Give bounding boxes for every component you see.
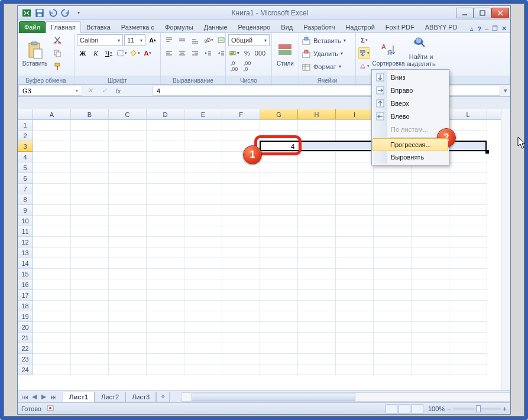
column-header-H[interactable]: H: [298, 109, 336, 119]
cell[interactable]: [298, 290, 336, 301]
cell[interactable]: [71, 131, 109, 141]
tab-addins[interactable]: Надстрой: [340, 21, 380, 33]
cancel-icon[interactable]: ✕: [83, 85, 97, 96]
tab-abbyy[interactable]: ABBYY PD: [420, 21, 463, 33]
cell[interactable]: [449, 205, 487, 216]
row-header-18[interactable]: 18: [18, 301, 33, 311]
cell[interactable]: [147, 141, 184, 152]
cell[interactable]: [147, 152, 184, 162]
cell[interactable]: [298, 216, 336, 226]
cell[interactable]: [260, 258, 298, 269]
fill-menu-item[interactable]: Прогрессия...: [372, 138, 448, 151]
cell[interactable]: [222, 131, 260, 141]
cell[interactable]: [260, 333, 298, 343]
cell[interactable]: [260, 173, 298, 184]
cell[interactable]: [147, 322, 184, 333]
bold-button[interactable]: Ж: [77, 47, 89, 59]
cell[interactable]: [412, 269, 449, 279]
cell[interactable]: [222, 279, 260, 290]
cell[interactable]: [412, 311, 449, 322]
horizontal-scrollbar[interactable]: [182, 392, 510, 402]
cell[interactable]: [449, 322, 487, 333]
cell[interactable]: [109, 279, 147, 290]
cell[interactable]: [147, 354, 184, 364]
cell[interactable]: [109, 205, 147, 216]
row-header-9[interactable]: 9: [18, 205, 33, 216]
cell[interactable]: [222, 269, 260, 279]
clear-button[interactable]: ▾: [358, 60, 370, 72]
view-layout-button[interactable]: [399, 404, 410, 414]
cell[interactable]: [336, 184, 374, 194]
ribbon-minimize-icon[interactable]: ▵: [470, 25, 474, 32]
cell[interactable]: [33, 237, 71, 248]
cell[interactable]: [33, 333, 71, 343]
cell[interactable]: [412, 354, 449, 364]
maximize-button[interactable]: [474, 8, 491, 18]
cell[interactable]: [147, 311, 184, 322]
cell[interactable]: [222, 364, 260, 375]
italic-button[interactable]: К: [90, 47, 102, 59]
cell[interactable]: [71, 301, 109, 311]
tab-formulas[interactable]: Формулы: [160, 21, 199, 33]
cell[interactable]: [298, 226, 336, 237]
cell[interactable]: [33, 279, 71, 290]
cell[interactable]: [109, 194, 147, 205]
cell[interactable]: [336, 162, 374, 173]
cell[interactable]: [109, 131, 147, 141]
row-header-22[interactable]: 22: [18, 343, 33, 354]
row-header-11[interactable]: 11: [18, 226, 33, 237]
tab-foxit[interactable]: Foxit PDF: [380, 21, 420, 33]
cell[interactable]: [336, 290, 374, 301]
cell[interactable]: [147, 364, 184, 375]
cell[interactable]: [147, 131, 184, 141]
grow-font-button[interactable]: A▴: [147, 34, 158, 46]
cell[interactable]: [298, 301, 336, 311]
cell[interactable]: [71, 162, 109, 173]
cell[interactable]: [336, 173, 374, 184]
sort-filter-button[interactable]: АЯ Сортировка: [372, 34, 405, 73]
comma-button[interactable]: 000: [254, 47, 266, 59]
cell[interactable]: [298, 343, 336, 354]
cell[interactable]: [71, 152, 109, 162]
tab-view[interactable]: Вид: [276, 21, 298, 33]
cell[interactable]: [222, 248, 260, 258]
increase-decimal-button[interactable]: ,0,00: [228, 60, 240, 72]
cell[interactable]: [147, 258, 184, 269]
cell[interactable]: [71, 184, 109, 194]
cell[interactable]: [449, 173, 487, 184]
cell[interactable]: [298, 279, 336, 290]
cell[interactable]: [336, 311, 374, 322]
cells-format-button[interactable]: Формат▾: [302, 60, 341, 73]
cell[interactable]: [336, 120, 374, 131]
cell[interactable]: [260, 354, 298, 364]
cell[interactable]: [260, 184, 298, 194]
cell[interactable]: [336, 301, 374, 311]
cell[interactable]: [71, 279, 109, 290]
cell[interactable]: [71, 120, 109, 131]
column-header-A[interactable]: A: [33, 109, 71, 119]
cell[interactable]: [71, 216, 109, 226]
cell[interactable]: [184, 131, 222, 141]
fill-menu-item[interactable]: Выровнять: [373, 151, 448, 164]
cell[interactable]: [449, 194, 487, 205]
column-header-D[interactable]: D: [147, 109, 184, 119]
cell[interactable]: [109, 269, 147, 279]
cell[interactable]: [412, 343, 449, 354]
cell[interactable]: [449, 333, 487, 343]
row-header-17[interactable]: 17: [18, 290, 33, 301]
new-sheet-button[interactable]: ✧: [156, 392, 170, 402]
align-middle-button[interactable]: [176, 34, 188, 46]
cell[interactable]: [184, 216, 222, 226]
cell[interactable]: [298, 269, 336, 279]
cell[interactable]: [147, 226, 184, 237]
cell[interactable]: [33, 226, 71, 237]
cell[interactable]: [374, 311, 412, 322]
cell[interactable]: [184, 364, 222, 375]
column-header-F[interactable]: F: [222, 109, 260, 119]
cell[interactable]: [374, 205, 412, 216]
cell[interactable]: [374, 333, 412, 343]
currency-button[interactable]: ₽▾: [228, 47, 240, 59]
cell[interactable]: [184, 162, 222, 173]
minimize-button[interactable]: [456, 8, 474, 18]
cell[interactable]: [374, 226, 412, 237]
